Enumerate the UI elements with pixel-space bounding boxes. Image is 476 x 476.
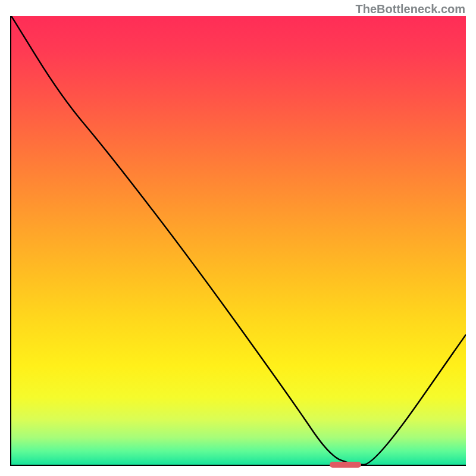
optimal-indicator <box>330 462 361 468</box>
plot-area <box>10 16 466 466</box>
curve-svg <box>11 16 466 465</box>
bottleneck-curve <box>11 16 466 465</box>
watermark-text: TheBottleneck.com <box>356 2 465 16</box>
